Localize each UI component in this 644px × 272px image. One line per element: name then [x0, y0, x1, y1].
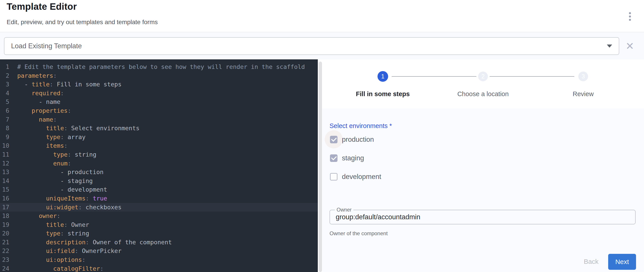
load-template-select[interactable]: Load Existing Template [4, 37, 619, 55]
code-line: 23 ui:options: [0, 255, 318, 264]
kebab-menu-button[interactable] [624, 10, 635, 23]
code-line: 18 owner: [0, 212, 318, 220]
required-marker: * [388, 122, 392, 129]
line-number: 17 [0, 203, 9, 212]
code-text: uniqueItems: true [17, 194, 107, 203]
code-line: 21 description: Owner of the component [0, 238, 318, 247]
step-number: 1 [381, 73, 384, 80]
code-text: ui:options: [17, 255, 86, 264]
code-text: enum: [17, 159, 71, 168]
line-number: 1 [0, 62, 9, 71]
code-line: 15 - development [0, 185, 318, 194]
line-number: 23 [0, 255, 9, 264]
code-text: title: Select environments [17, 124, 140, 133]
code-line: 16 uniqueItems: true [0, 194, 318, 203]
code-text: - title: Fill in some steps [17, 80, 122, 89]
kebab-menu-icon [629, 19, 631, 21]
code-line: 3 - title: Fill in some steps [0, 80, 318, 89]
step-connector [490, 76, 574, 77]
line-number: 14 [0, 177, 9, 185]
checkbox-label[interactable]: production [342, 135, 374, 144]
line-number: 19 [0, 220, 9, 229]
line-number: 5 [0, 97, 9, 106]
step-connector [392, 76, 476, 77]
code-line: 4 required: [0, 89, 318, 98]
checkbox-row-production[interactable]: production [330, 135, 374, 144]
code-text: description: Owner of the component [17, 238, 172, 247]
code-text: # Edit the template parameters below to … [17, 62, 305, 71]
line-number: 12 [0, 159, 9, 168]
panel-resize-handle[interactable] [319, 62, 322, 272]
checkbox-production[interactable] [330, 136, 338, 143]
code-line: 6 properties: [0, 106, 318, 115]
owner-field: Owner [330, 210, 636, 224]
line-number: 2 [0, 71, 9, 80]
line-number: 15 [0, 185, 9, 194]
checkbox-label[interactable]: staging [342, 154, 364, 162]
code-line: 7 name: [0, 115, 318, 124]
step-label-fill-in-some-steps: Fill in some steps [336, 90, 429, 98]
load-template-placeholder: Load Existing Template [11, 42, 607, 50]
step-number: 2 [481, 73, 484, 80]
code-text: ui:field: OwnerPicker [17, 246, 122, 255]
step-circle-2: 2 [478, 72, 488, 81]
back-button[interactable]: Back [579, 254, 603, 269]
line-number: 13 [0, 168, 9, 177]
owner-helper-text: Owner of the component [330, 230, 388, 237]
code-text: parameters: [17, 71, 57, 80]
checkbox-development[interactable] [330, 173, 338, 181]
code-text: - production [17, 168, 104, 177]
code-text: type: string [17, 150, 96, 159]
page-subtitle: Edit, preview, and try out templates and… [7, 19, 158, 26]
code-line: 14 - staging [0, 177, 318, 185]
code-text: name: [17, 115, 57, 124]
line-number: 24 [0, 264, 9, 272]
step-number: 3 [582, 73, 585, 80]
next-button[interactable]: Next [608, 254, 636, 270]
code-text: type: string [17, 229, 89, 238]
close-button[interactable]: ✕ [624, 39, 636, 53]
page-header: Template Editor Edit, preview, and try o… [0, 0, 644, 32]
code-line: 12 enum: [0, 159, 318, 168]
code-line: 2parameters: [0, 71, 318, 80]
code-text: ui:widget: checkboxes [17, 203, 122, 212]
load-template-bar: Load Existing Template ✕ [0, 33, 644, 59]
code-text: required: [17, 89, 64, 98]
code-line: 5 - name [0, 97, 318, 106]
stepper: 1 2 3 Fill in some steps Choose a locati… [322, 59, 644, 108]
step-circle-1: 1 [378, 71, 388, 82]
step-label-choose-a-location: Choose a location [436, 90, 530, 98]
close-icon: ✕ [626, 41, 634, 51]
line-number: 8 [0, 124, 9, 133]
code-line: 22 ui:field: OwnerPicker [0, 246, 318, 255]
checkbox-row-staging[interactable]: staging [330, 154, 364, 162]
line-number: 22 [0, 246, 9, 255]
code-line: 13 - production [0, 168, 318, 177]
kebab-menu-icon [629, 12, 631, 14]
code-text: - development [17, 185, 107, 194]
code-area: 1# Edit the template parameters below to… [0, 62, 318, 272]
owner-input[interactable] [330, 210, 635, 224]
code-line: 24 catalogFilter: [0, 264, 318, 272]
code-text: catalogFilter: [17, 264, 104, 272]
checkbox-staging[interactable] [330, 154, 338, 162]
line-number: 21 [0, 238, 9, 247]
code-editor[interactable]: 1# Edit the template parameters below to… [0, 59, 318, 272]
line-number: 10 [0, 141, 9, 150]
template-form: Select environments * production staging… [322, 108, 644, 272]
code-line: 1# Edit the template parameters below to… [0, 62, 318, 71]
code-text: items: [17, 141, 68, 150]
chevron-down-icon [607, 45, 612, 48]
code-text: owner: [17, 212, 60, 220]
step-circle-3: 3 [578, 72, 588, 81]
code-text: title: Owner [17, 220, 89, 229]
code-line: 11 type: string [0, 150, 318, 159]
code-text: type: array [17, 133, 86, 142]
line-number: 7 [0, 115, 9, 124]
code-line: 10 items: [0, 141, 318, 150]
line-number: 11 [0, 150, 9, 159]
code-line: 19 title: Owner [0, 220, 318, 229]
checkbox-row-development[interactable]: development [330, 173, 381, 181]
checkbox-label[interactable]: development [342, 173, 381, 181]
line-number: 4 [0, 89, 9, 98]
